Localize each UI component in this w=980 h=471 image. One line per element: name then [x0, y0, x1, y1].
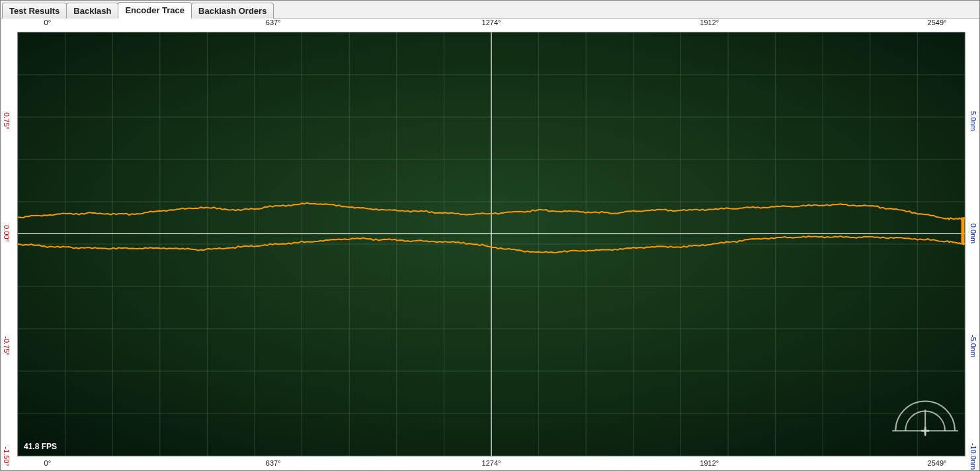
tab-test-results[interactable]: Test Results	[2, 3, 67, 19]
x-axis-top: 0°637°1274°1912°2549°	[17, 19, 965, 29]
fps-readout: 41.8 FPS	[24, 442, 57, 451]
x-axis-bottom: 0°637°1274°1912°2549°	[17, 459, 965, 470]
scope-plot[interactable]	[17, 32, 965, 456]
tab-content: 0°637°1274°1912°2549° 0°637°1274°1912°25…	[1, 19, 979, 470]
tab-backlash-orders[interactable]: Backlash Orders	[191, 3, 274, 19]
app-window: Test Results Backlash Encoder Trace Back…	[0, 0, 980, 471]
y-axis-left: 0.75°0.00°-0.75°-1.50°	[1, 32, 12, 456]
y-axis-right: 5.0nm0.0nm-5.0nm-10.0nm	[968, 32, 979, 456]
tab-backlash[interactable]: Backlash	[66, 3, 118, 19]
tab-encoder-trace[interactable]: Encoder Trace	[118, 2, 192, 19]
scope-svg	[18, 32, 965, 456]
tab-strip: Test Results Backlash Encoder Trace Back…	[1, 1, 979, 19]
